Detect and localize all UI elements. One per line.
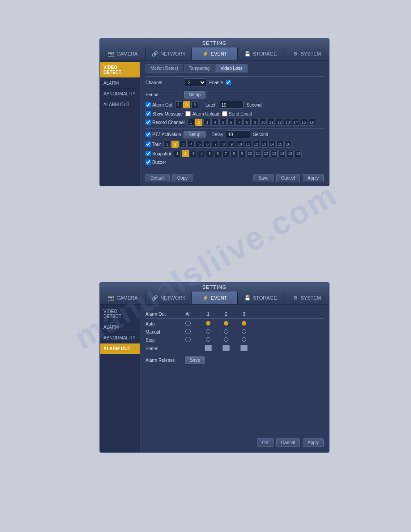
- rec-10[interactable]: 10: [260, 119, 267, 126]
- tour-15[interactable]: 15: [276, 141, 283, 148]
- copy-button[interactable]: Copy: [172, 174, 193, 182]
- tour-8[interactable]: 8: [220, 141, 227, 148]
- rec-5[interactable]: 5: [219, 119, 227, 126]
- snap-11[interactable]: 11: [254, 150, 261, 157]
- delay-input[interactable]: [226, 130, 250, 138]
- nav-tab-network[interactable]: 🔗 NETWORK: [146, 47, 192, 60]
- rec-3[interactable]: 3: [203, 119, 210, 126]
- send-email-checkbox[interactable]: [222, 111, 227, 116]
- snap-5[interactable]: 5: [206, 150, 213, 157]
- panel2-nav-tab-event[interactable]: ⚡ EVENT: [192, 292, 238, 304]
- snap-12[interactable]: 12: [262, 150, 270, 157]
- manual-all-radio-circle[interactable]: [185, 329, 191, 334]
- rec-9[interactable]: 9: [252, 119, 259, 126]
- alarm-out-num-1[interactable]: 1: [175, 101, 182, 108]
- p2-sidebar-item-alarm[interactable]: ALARM: [100, 322, 140, 333]
- auto-dot-2[interactable]: [224, 321, 228, 326]
- stop-dot-2[interactable]: [224, 337, 228, 342]
- snapshot-checkbox[interactable]: [146, 151, 151, 156]
- auto-all-radio[interactable]: [181, 321, 195, 327]
- tour-9[interactable]: 9: [228, 141, 235, 148]
- alarm-out-num-2[interactable]: 2: [183, 101, 190, 108]
- tour-11[interactable]: 11: [244, 141, 251, 148]
- snap-2[interactable]: 2: [182, 150, 189, 157]
- period-setup-button[interactable]: Setup: [184, 91, 206, 99]
- rec-13[interactable]: 13: [284, 119, 291, 126]
- manual-dot-3[interactable]: [242, 329, 246, 334]
- rec-14[interactable]: 14: [292, 119, 299, 126]
- manual-dot-2[interactable]: [224, 329, 228, 334]
- nav-tab-event[interactable]: ⚡ EVENT: [192, 47, 238, 60]
- tour-16[interactable]: 16: [284, 141, 291, 148]
- latch-input[interactable]: [219, 101, 244, 109]
- rec-12[interactable]: 12: [276, 119, 283, 126]
- channel-select[interactable]: 2: [184, 78, 206, 86]
- ptz-setup-button[interactable]: Setup: [184, 131, 205, 138]
- p2-apply-button[interactable]: Apply: [303, 438, 324, 447]
- tour-checkbox[interactable]: [146, 142, 151, 147]
- buzzer-checkbox[interactable]: [146, 159, 151, 165]
- snap-13[interactable]: 13: [270, 150, 278, 157]
- rec-15[interactable]: 15: [300, 119, 307, 126]
- sidebar-item-alarm[interactable]: ALARM: [100, 78, 140, 89]
- rec-16[interactable]: 16: [308, 119, 315, 126]
- p2-sidebar-item-abnormality[interactable]: ABNORMALITY: [100, 333, 140, 343]
- tour-3[interactable]: 3: [180, 141, 187, 148]
- rec-4[interactable]: 4: [211, 119, 218, 126]
- nav-tab-camera[interactable]: 📷 CAMERA: [100, 47, 146, 60]
- alarm-out-checkbox[interactable]: [146, 102, 151, 107]
- snap-9[interactable]: 9: [238, 150, 245, 157]
- tour-7[interactable]: 7: [212, 141, 219, 148]
- manual-dot-1[interactable]: [206, 329, 210, 334]
- p2-sidebar-item-alarm-out[interactable]: ALARM OUT: [100, 343, 140, 354]
- auto-all-radio-circle[interactable]: [185, 321, 191, 326]
- auto-dot-3[interactable]: [242, 321, 246, 326]
- stop-dot-3[interactable]: [242, 337, 246, 342]
- stop-dot-1[interactable]: [206, 337, 210, 342]
- show-message-checkbox[interactable]: [146, 111, 151, 116]
- alarm-upload-checkbox[interactable]: [185, 111, 191, 116]
- snap-10[interactable]: 10: [246, 150, 253, 157]
- tour-13[interactable]: 13: [260, 141, 267, 148]
- nav-tab-storage[interactable]: 💾 STORAGE: [238, 47, 284, 60]
- p2-cancel-button[interactable]: Cancel: [276, 438, 300, 447]
- ptz-checkbox[interactable]: [146, 132, 151, 137]
- snap-3[interactable]: 3: [190, 150, 197, 157]
- snap-1[interactable]: 1: [174, 150, 181, 157]
- tour-4[interactable]: 4: [188, 141, 195, 148]
- tour-6[interactable]: 6: [204, 141, 211, 148]
- panel2-nav-tab-camera[interactable]: 📷 CAMERA: [100, 292, 146, 304]
- rec-2[interactable]: 2: [195, 119, 202, 126]
- stop-all-radio[interactable]: [181, 337, 195, 343]
- snap-8[interactable]: 8: [230, 150, 237, 157]
- tour-10[interactable]: 10: [236, 141, 243, 148]
- panel2-nav-tab-storage[interactable]: 💾 STORAGE: [238, 292, 284, 304]
- stop-all-radio-circle[interactable]: [185, 337, 191, 342]
- cancel-button[interactable]: Cancel: [276, 174, 300, 182]
- snap-7[interactable]: 7: [222, 150, 229, 157]
- nav-tab-system[interactable]: ⚙ SYSTEM: [283, 47, 329, 60]
- snap-4[interactable]: 4: [198, 150, 205, 157]
- snap-14[interactable]: 14: [278, 150, 286, 157]
- sidebar-item-video-detect[interactable]: VIDEO DETECT: [100, 62, 140, 78]
- rec-7[interactable]: 7: [235, 119, 243, 126]
- auto-dot-1[interactable]: [206, 321, 210, 326]
- rec-11[interactable]: 11: [268, 119, 275, 126]
- sidebar-item-alarm-out[interactable]: ALARM OUT: [100, 99, 140, 110]
- default-button[interactable]: Default: [146, 174, 170, 182]
- enable-checkbox[interactable]: [226, 80, 231, 85]
- alarm-out-num-3[interactable]: 3: [191, 101, 198, 108]
- tour-2[interactable]: 2: [171, 141, 179, 148]
- snap-16[interactable]: 16: [295, 150, 302, 157]
- subtab-tampering[interactable]: Tampering: [184, 64, 215, 73]
- tour-1[interactable]: 1: [163, 141, 171, 148]
- manual-all-radio[interactable]: [181, 329, 195, 335]
- save-button[interactable]: Save: [253, 174, 274, 182]
- alarm-release-save-button[interactable]: Save: [185, 356, 205, 364]
- panel2-nav-tab-network[interactable]: 🔗 NETWORK: [146, 292, 192, 304]
- subtab-motion-detect[interactable]: Motion Detect: [146, 64, 183, 73]
- p2-ok-button[interactable]: OK: [257, 438, 273, 447]
- subtab-video-loss[interactable]: Video Loss: [215, 64, 247, 73]
- rec-6[interactable]: 6: [227, 119, 235, 126]
- tour-12[interactable]: 12: [252, 141, 259, 148]
